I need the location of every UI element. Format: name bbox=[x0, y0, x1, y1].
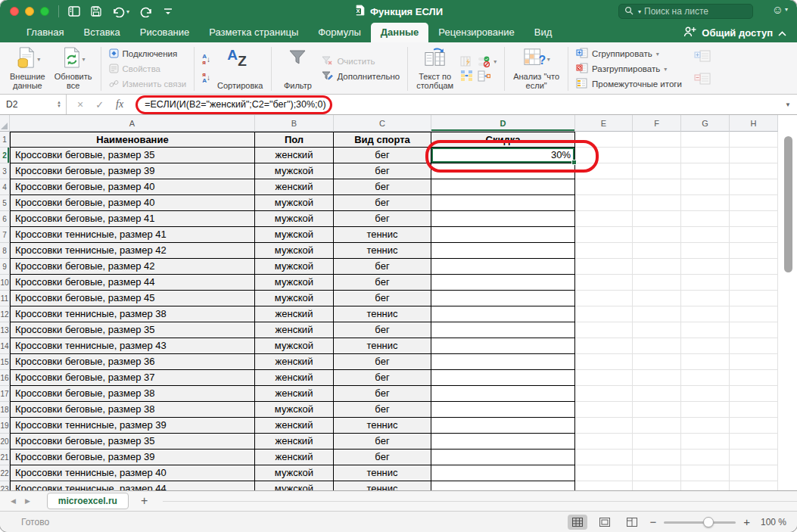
cell-G8[interactable] bbox=[681, 243, 730, 259]
cell-E8[interactable] bbox=[575, 243, 633, 259]
cell-E6[interactable] bbox=[575, 211, 633, 227]
cell-B1[interactable]: Пол bbox=[255, 132, 334, 148]
cell-H7[interactable] bbox=[730, 227, 778, 243]
what-if-analysis-button[interactable]: ? ▾ Анализ "что если" bbox=[509, 45, 563, 92]
cell-D6[interactable] bbox=[431, 211, 575, 227]
cell-F1[interactable] bbox=[633, 132, 681, 148]
edit-links-button[interactable]: Изменить связи bbox=[109, 78, 187, 91]
cell-G12[interactable] bbox=[681, 306, 730, 322]
cell-G7[interactable] bbox=[681, 227, 730, 243]
cell-C3[interactable]: бег bbox=[334, 163, 431, 179]
cell-F4[interactable] bbox=[633, 179, 681, 195]
cell-C10[interactable]: бег bbox=[334, 275, 431, 291]
cell-C20[interactable]: бег bbox=[334, 434, 431, 450]
cell-F2[interactable] bbox=[633, 148, 681, 163]
cell-F17[interactable] bbox=[633, 386, 681, 402]
row-header-3[interactable]: 3 bbox=[0, 163, 10, 179]
cell-H15[interactable] bbox=[730, 354, 778, 370]
tab-glavnaya[interactable]: Главная bbox=[17, 23, 73, 42]
save-icon[interactable] bbox=[91, 6, 101, 17]
show-detail-icon[interactable] bbox=[694, 50, 711, 65]
tab-dannye[interactable]: Данные bbox=[371, 23, 429, 42]
row-header-17[interactable]: 17 bbox=[0, 386, 10, 402]
cell-F15[interactable] bbox=[633, 354, 681, 370]
ungroup-button[interactable]: Разгруппировать ▾ bbox=[576, 63, 682, 76]
cell-A16[interactable]: Кроссовки беговые, размер 37 bbox=[10, 370, 255, 386]
cell-H18[interactable] bbox=[730, 402, 778, 418]
cell-G9[interactable] bbox=[681, 259, 730, 275]
select-all-corner[interactable] bbox=[0, 115, 10, 132]
cell-E15[interactable] bbox=[575, 354, 633, 370]
sort-button[interactable]: AZ Сортировка bbox=[213, 45, 266, 92]
cell-C15[interactable]: бег bbox=[334, 354, 431, 370]
cell-B21[interactable]: женский bbox=[255, 450, 334, 465]
cell-B18[interactable]: мужской bbox=[255, 402, 334, 418]
row-header-4[interactable]: 4 bbox=[0, 179, 10, 195]
zoom-slider-thumb[interactable] bbox=[703, 517, 714, 527]
subtotals-button[interactable]: Промежуточные итоги bbox=[576, 78, 682, 91]
zoom-slider-track[interactable] bbox=[664, 521, 736, 524]
cell-G14[interactable] bbox=[681, 338, 730, 354]
cell-A20[interactable]: Кроссовки беговые, размер 35 bbox=[10, 434, 255, 450]
cell-G2[interactable] bbox=[681, 148, 730, 163]
cell-D13[interactable] bbox=[431, 322, 575, 338]
cell-H12[interactable] bbox=[730, 306, 778, 322]
cell-A18[interactable]: Кроссовки беговые, размер 38 bbox=[10, 402, 255, 418]
cell-H8[interactable] bbox=[730, 243, 778, 259]
row-header-21[interactable]: 21 bbox=[0, 450, 10, 465]
cell-C18[interactable]: бег bbox=[334, 402, 431, 418]
cell-G18[interactable] bbox=[681, 402, 730, 418]
cell-B4[interactable]: женский bbox=[255, 179, 334, 195]
cell-F6[interactable] bbox=[633, 211, 681, 227]
cell-D21[interactable] bbox=[431, 450, 575, 465]
cell-G20[interactable] bbox=[681, 434, 730, 450]
row-header-2[interactable]: 2 bbox=[0, 148, 10, 163]
cell-G23[interactable] bbox=[681, 481, 730, 490]
next-sheet-icon[interactable]: ▶ bbox=[25, 497, 30, 505]
cell-F12[interactable] bbox=[633, 306, 681, 322]
filter-button[interactable]: Фильтр bbox=[276, 45, 319, 92]
zoom-in-button[interactable]: + bbox=[743, 515, 750, 528]
cell-D3[interactable] bbox=[431, 163, 575, 179]
column-header-G[interactable]: G bbox=[681, 115, 730, 132]
cell-H13[interactable] bbox=[730, 322, 778, 338]
refresh-all-button[interactable]: ▾ Обновить все bbox=[51, 45, 96, 92]
tab-recenzirovanie[interactable]: Рецензирование bbox=[428, 23, 524, 42]
quick-access-menu-icon[interactable] bbox=[163, 7, 173, 16]
cell-B10[interactable]: мужской bbox=[255, 275, 334, 291]
tab-risovanie[interactable]: Рисование bbox=[130, 23, 199, 42]
properties-button[interactable]: Свойства bbox=[109, 63, 187, 76]
cell-E3[interactable] bbox=[575, 163, 633, 179]
cell-A15[interactable]: Кроссовки беговые, размер 36 bbox=[10, 354, 255, 370]
cell-C16[interactable]: бег bbox=[334, 370, 431, 386]
sort-ascending-icon[interactable]: Ая↓ bbox=[202, 54, 210, 66]
cell-F13[interactable] bbox=[633, 322, 681, 338]
cell-D9[interactable] bbox=[431, 259, 575, 275]
cell-G1[interactable] bbox=[681, 132, 730, 148]
cell-E11[interactable] bbox=[575, 291, 633, 306]
cell-E12[interactable] bbox=[575, 306, 633, 322]
cell-E7[interactable] bbox=[575, 227, 633, 243]
cell-D20[interactable] bbox=[431, 434, 575, 450]
cell-A7[interactable]: Кроссовки теннисные, размер 41 bbox=[10, 227, 255, 243]
cell-H10[interactable] bbox=[730, 275, 778, 291]
cell-G4[interactable] bbox=[681, 179, 730, 195]
cell-C21[interactable]: бег bbox=[334, 450, 431, 465]
cell-H2[interactable] bbox=[730, 148, 778, 163]
cell-H19[interactable] bbox=[730, 418, 778, 434]
cell-F21[interactable] bbox=[633, 450, 681, 465]
cell-F7[interactable] bbox=[633, 227, 681, 243]
column-header-F[interactable]: F bbox=[633, 115, 681, 132]
row-header-1[interactable]: 1 bbox=[0, 132, 10, 148]
cell-G11[interactable] bbox=[681, 291, 730, 306]
cell-C11[interactable]: бег bbox=[334, 291, 431, 306]
cell-G19[interactable] bbox=[681, 418, 730, 434]
cell-G16[interactable] bbox=[681, 370, 730, 386]
cell-B2[interactable]: женский bbox=[255, 148, 334, 163]
cell-B23[interactable]: мужской bbox=[255, 481, 334, 490]
cell-A4[interactable]: Кроссовки беговые, размер 40 bbox=[10, 179, 255, 195]
cell-H11[interactable] bbox=[730, 291, 778, 306]
close-window-button[interactable] bbox=[10, 7, 19, 16]
cell-G22[interactable] bbox=[681, 465, 730, 481]
cell-D18[interactable] bbox=[431, 402, 575, 418]
